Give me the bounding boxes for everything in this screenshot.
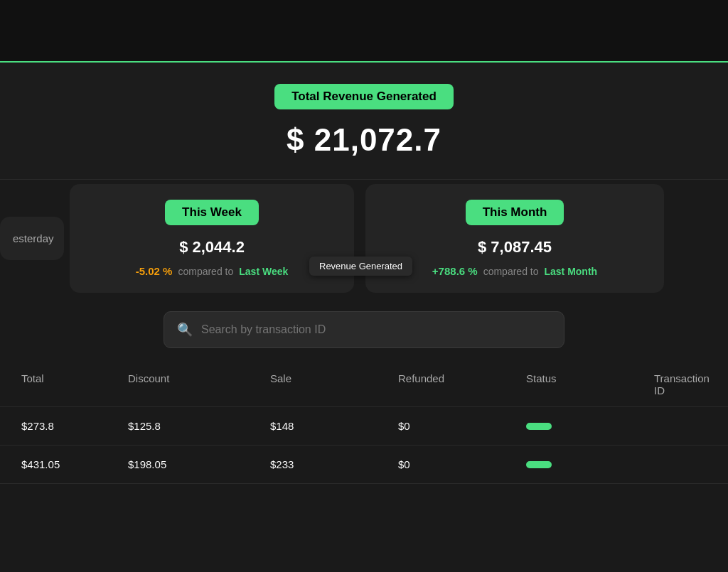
col-header-total: Total xyxy=(21,372,128,396)
hero-section: Total Revenue Generated $ 21,072.7 xyxy=(0,63,728,180)
total-revenue-amount: $ 21,072.7 xyxy=(287,122,441,158)
month-pct: +788.6 % xyxy=(432,265,478,277)
week-compared: compared to xyxy=(178,266,233,277)
col-header-sale: Sale xyxy=(270,372,398,396)
this-week-amount: $ 2,044.2 xyxy=(179,238,245,257)
col-header-discount: Discount xyxy=(128,372,270,396)
month-compared: compared to xyxy=(483,266,539,277)
col-header-status: Status xyxy=(526,372,654,396)
cell-refunded-2: $0 xyxy=(398,458,526,470)
total-revenue-badge: Total Revenue Generated xyxy=(274,84,454,109)
cell-total-2: $431.05 xyxy=(21,458,128,470)
week-pct: -5.02 % xyxy=(136,265,173,277)
card-this-month: This Month $ 7,087.45 +788.6 % compared … xyxy=(365,184,664,293)
card-yesterday: esterday xyxy=(0,217,64,260)
cell-discount-2: $198.05 xyxy=(128,458,270,470)
search-icon: 🔍 xyxy=(177,322,193,338)
cell-refunded-1: $0 xyxy=(398,420,526,432)
card-this-week: This Week $ 2,044.2 -5.02 % compared to … xyxy=(70,184,354,293)
status-badge-paid-2 xyxy=(526,461,552,468)
this-month-badge: This Month xyxy=(466,200,564,225)
search-section: 🔍 xyxy=(0,297,728,362)
month-period: Last Month xyxy=(544,266,597,277)
cell-discount-1: $125.8 xyxy=(128,420,270,432)
table-section: Total Discount Sale Refunded Status Tran… xyxy=(0,362,728,484)
revenue-tooltip: Revenue Generated xyxy=(309,257,412,276)
yesterday-label: esterday xyxy=(13,232,54,244)
cell-sale-2: $233 xyxy=(270,458,398,470)
top-bar xyxy=(0,0,728,63)
table-row: $431.05 $198.05 $233 $0 xyxy=(0,446,728,484)
search-input[interactable] xyxy=(201,323,551,336)
this-week-badge: This Week xyxy=(165,200,259,225)
col-header-refunded: Refunded xyxy=(398,372,526,396)
table-row: $273.8 $125.8 $148 $0 xyxy=(0,407,728,446)
cell-total-1: $273.8 xyxy=(21,420,128,432)
search-box[interactable]: 🔍 xyxy=(164,311,564,348)
cell-status-2 xyxy=(526,458,654,470)
col-header-transaction-id: Transaction ID xyxy=(654,372,710,396)
this-month-amount: $ 7,087.45 xyxy=(478,238,552,257)
week-period: Last Week xyxy=(239,266,288,277)
status-badge-paid-1 xyxy=(526,423,552,430)
cards-row: esterday This Week $ 2,044.2 -5.02 % com… xyxy=(0,180,728,297)
cell-sale-1: $148 xyxy=(270,420,398,432)
cell-status-1 xyxy=(526,420,654,432)
table-header: Total Discount Sale Refunded Status Tran… xyxy=(0,362,728,407)
